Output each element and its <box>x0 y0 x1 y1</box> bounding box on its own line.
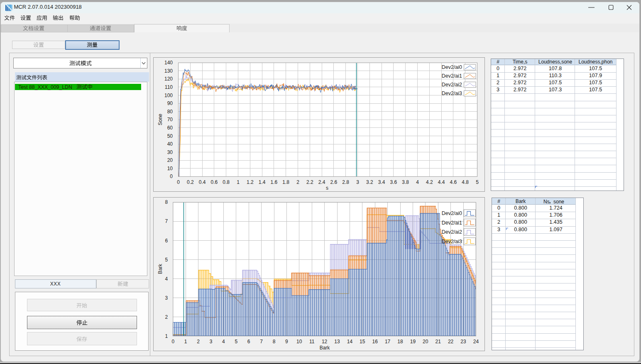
svg-text:0: 0 <box>170 173 173 179</box>
svg-text:20: 20 <box>423 339 428 344</box>
svg-text:Bark: Bark <box>320 345 330 351</box>
svg-text:21: 21 <box>435 339 441 344</box>
svg-text:2: 2 <box>197 339 200 344</box>
svg-text:5: 5 <box>235 339 237 344</box>
svg-text:3.8: 3.8 <box>402 179 409 185</box>
svg-text:13: 13 <box>334 339 340 344</box>
svg-text:3.4: 3.4 <box>378 179 385 185</box>
svg-text:8: 8 <box>273 339 276 344</box>
svg-text:3: 3 <box>165 295 168 301</box>
svg-text:20: 20 <box>167 157 173 163</box>
svg-text:Dev2/ai0: Dev2/ai0 <box>442 210 462 216</box>
svg-text:19: 19 <box>410 339 416 344</box>
svg-text:Dev2/ai3: Dev2/ai3 <box>442 239 462 244</box>
svg-text:6: 6 <box>247 339 250 344</box>
svg-text:0.4: 0.4 <box>199 179 206 185</box>
svg-text:Bark: Bark <box>157 264 163 274</box>
svg-text:2.6: 2.6 <box>330 179 338 185</box>
svg-text:2.8: 2.8 <box>342 179 349 185</box>
svg-text:3: 3 <box>210 339 213 344</box>
svg-text:1.2: 1.2 <box>247 179 254 185</box>
svg-text:Dev2/ai1: Dev2/ai1 <box>442 220 462 226</box>
svg-text:80: 80 <box>167 109 173 115</box>
svg-text:120: 120 <box>164 76 173 82</box>
svg-text:100: 100 <box>164 93 173 98</box>
svg-text:50: 50 <box>167 133 173 139</box>
svg-text:8: 8 <box>165 199 168 205</box>
svg-text:2.4: 2.4 <box>318 179 325 185</box>
svg-text:4: 4 <box>416 179 419 185</box>
svg-text:60: 60 <box>167 125 173 131</box>
svg-text:0: 0 <box>171 339 174 344</box>
svg-text:12: 12 <box>322 339 328 344</box>
svg-text:7: 7 <box>260 339 263 344</box>
svg-text:1: 1 <box>184 339 187 344</box>
svg-text:3.6: 3.6 <box>390 179 397 185</box>
svg-text:4.2: 4.2 <box>426 179 433 185</box>
svg-text:110: 110 <box>165 84 173 90</box>
svg-text:1.4: 1.4 <box>259 179 266 185</box>
svg-text:2: 2 <box>296 179 299 185</box>
svg-text:0: 0 <box>177 179 180 185</box>
svg-text:0.6: 0.6 <box>211 179 218 185</box>
svg-text:Sone: Sone <box>157 114 163 125</box>
svg-text:2: 2 <box>165 314 168 320</box>
svg-text:14: 14 <box>347 339 353 344</box>
svg-text:1.6: 1.6 <box>271 179 278 185</box>
svg-text:Dev2/ai2: Dev2/ai2 <box>442 229 462 235</box>
svg-text:1: 1 <box>237 179 240 185</box>
svg-text:4.6: 4.6 <box>450 179 457 185</box>
svg-text:24: 24 <box>473 339 479 344</box>
svg-text:10: 10 <box>296 339 302 344</box>
svg-text:3.2: 3.2 <box>366 179 373 185</box>
svg-text:30: 30 <box>167 149 173 155</box>
svg-text:Dev2/ai3: Dev2/ai3 <box>442 90 462 96</box>
svg-text:15: 15 <box>360 339 365 344</box>
svg-text:40: 40 <box>167 141 173 147</box>
svg-text:4.8: 4.8 <box>462 179 469 185</box>
svg-text:4: 4 <box>165 276 168 282</box>
svg-text:1: 1 <box>165 333 168 339</box>
svg-text:9: 9 <box>285 339 288 344</box>
svg-text:Dev2/ai1: Dev2/ai1 <box>442 73 462 79</box>
svg-text:16: 16 <box>372 339 378 344</box>
svg-text:10: 10 <box>167 166 173 171</box>
svg-text:11: 11 <box>309 339 315 344</box>
svg-text:Dev2/ai2: Dev2/ai2 <box>442 82 462 88</box>
svg-text:1.8: 1.8 <box>282 179 289 185</box>
svg-text:140: 140 <box>164 60 173 66</box>
svg-text:90: 90 <box>167 100 173 106</box>
svg-text:23: 23 <box>460 339 466 344</box>
svg-text:6: 6 <box>165 238 168 244</box>
svg-text:5: 5 <box>476 179 479 185</box>
svg-text:4: 4 <box>222 339 225 344</box>
svg-text:17: 17 <box>385 339 391 344</box>
svg-text:0.8: 0.8 <box>223 179 230 185</box>
svg-text:2.2: 2.2 <box>306 179 313 185</box>
svg-text:s: s <box>326 185 328 191</box>
svg-text:7: 7 <box>165 218 168 224</box>
svg-text:70: 70 <box>167 117 173 122</box>
svg-text:130: 130 <box>164 68 173 74</box>
svg-text:5: 5 <box>165 257 168 263</box>
svg-text:Dev2/ai0: Dev2/ai0 <box>442 64 462 70</box>
svg-text:4.4: 4.4 <box>438 179 445 185</box>
svg-text:22: 22 <box>448 339 454 344</box>
svg-text:18: 18 <box>397 339 403 344</box>
svg-text:0.2: 0.2 <box>187 179 194 185</box>
svg-text:3: 3 <box>356 179 359 185</box>
